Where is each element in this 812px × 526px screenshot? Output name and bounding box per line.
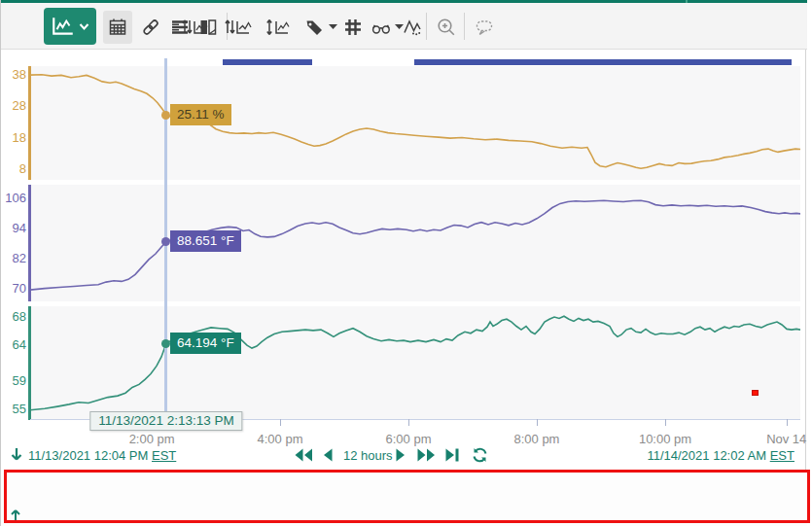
y-axis-tick-label: 68: [1, 309, 26, 324]
trend-line[interactable]: [30, 200, 800, 290]
zoom-in-button[interactable]: [432, 11, 461, 44]
jump-back-icon[interactable]: [294, 448, 313, 462]
y-axis-tick-label: 106: [1, 191, 26, 205]
refresh-icon[interactable]: [472, 447, 488, 463]
chevron-down-icon: [329, 24, 337, 30]
end-timezone-link[interactable]: EST: [770, 448, 794, 463]
y-axis-tick-label: 82: [1, 251, 26, 265]
jump-forward-icon[interactable]: [417, 448, 437, 462]
scales-single-button[interactable]: [222, 11, 255, 44]
line-chart-temp2[interactable]: [30, 306, 800, 420]
start-time-label: 11/13/2021 12:04 PM EST: [28, 448, 176, 463]
scale-arrows-chart-icon: [180, 17, 211, 38]
calendar-icon: [107, 17, 128, 38]
y-axis-tick-label: 18: [1, 130, 26, 145]
cursor-value-label: 64.194 °F: [170, 333, 241, 354]
scale-arrow-chart-icon: [264, 17, 293, 38]
toolbar-separator: [464, 13, 465, 40]
trend-line[interactable]: [30, 316, 800, 410]
end-time-label: 11/14/2021 12:02 AM EST: [647, 448, 794, 463]
x-axis-tick: [665, 419, 666, 426]
cursor-dot: [161, 111, 170, 120]
x-axis-tick: [537, 419, 538, 426]
scales-vertical-button[interactable]: [263, 11, 294, 44]
y-axis-tick-label: 70: [1, 281, 26, 296]
step-back-icon[interactable]: [322, 448, 334, 462]
trend-line[interactable]: [30, 75, 800, 169]
y-axis-tick-label: 28: [1, 98, 26, 113]
y-axis-tick-label: 59: [1, 373, 26, 388]
arrow-down-icon[interactable]: [9, 446, 24, 463]
cursor-trace-icon: [402, 17, 423, 38]
cursor-dot: [161, 339, 170, 348]
trend-application-window: 382818810694827068645955 2:00 pm4:00 pm6…: [0, 0, 812, 526]
toolbar-separator: [426, 13, 427, 40]
y-axis-tick-label: 94: [1, 221, 26, 235]
skip-to-end-icon[interactable]: [445, 448, 460, 462]
scale-arrows-chart-icon: [223, 17, 254, 38]
y-axis-tick-label: 55: [1, 402, 26, 416]
x-axis-tick: [280, 419, 281, 426]
link-button[interactable]: [137, 11, 164, 44]
range-indicator-bar[interactable]: [223, 59, 312, 65]
tag-icon: [303, 17, 325, 38]
time-navigation-bar: 11/13/2021 12:04 PM EST 12 hours 11/14/2…: [1, 442, 807, 470]
cursor-value-label: 88.651 °F: [170, 230, 241, 252]
cursor-values-button[interactable]: [399, 11, 426, 44]
y-axis-tick-label: 38: [1, 67, 26, 82]
grid-icon: [342, 17, 364, 38]
line-chart-temp1[interactable]: [30, 185, 800, 301]
tag-button[interactable]: [300, 11, 339, 44]
spectacles-icon: [371, 17, 392, 38]
recording-marker: [752, 390, 759, 396]
scales-stacked-button[interactable]: [179, 11, 212, 44]
date-range-button[interactable]: [103, 11, 132, 44]
speech-bubble-icon: [474, 17, 495, 38]
duration-button[interactable]: 12 hours: [343, 448, 393, 463]
gridlines-button[interactable]: [338, 11, 368, 44]
cursor-time-tooltip: 11/13/2021 2:13:13 PM: [89, 411, 242, 431]
trend-display-menu-button[interactable]: [44, 8, 96, 45]
trend-chart-icon: [51, 16, 76, 37]
cursor-dot: [161, 237, 170, 246]
start-time-value: 11/13/2021 12:04 PM: [28, 448, 148, 463]
timeline-scrubber: Sep '21Nov '21Jan '22Mar '22May '22Jul '…: [1, 470, 807, 526]
line-chart-percent[interactable]: [30, 66, 800, 180]
y-axis-tick-label: 64: [1, 337, 26, 352]
cursor-value-label: 25.11 %: [170, 104, 231, 125]
x-axis-tick: [787, 419, 788, 426]
link-icon: [140, 17, 161, 38]
magnifier-plus-icon: [436, 17, 457, 38]
step-forward-icon[interactable]: [395, 448, 406, 462]
start-timezone-link[interactable]: EST: [152, 448, 176, 463]
x-axis-tick: [408, 419, 409, 426]
y-axis-tick-label: 8: [1, 161, 26, 176]
toolbar: [1, 3, 807, 50]
chevron-down-icon: [79, 20, 89, 32]
comment-button[interactable]: [470, 11, 499, 44]
range-indicator-bar[interactable]: [414, 59, 792, 65]
window-frame: 382818810694827068645955 2:00 pm4:00 pm6…: [0, 0, 806, 526]
end-time-value: 11/14/2021 12:02 AM: [647, 448, 766, 463]
arrow-up-icon[interactable]: [9, 508, 22, 523]
